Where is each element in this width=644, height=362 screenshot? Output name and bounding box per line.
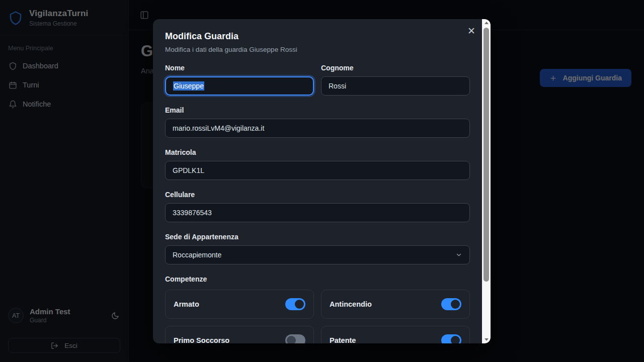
edit-guard-modal: Modifica Guardia Modifica i dati della g… — [153, 19, 491, 343]
nome-selected-text: Giuseppe — [173, 81, 204, 90]
email-field[interactable] — [165, 119, 470, 138]
patente-toggle[interactable] — [441, 334, 461, 343]
toggle-knob — [287, 336, 296, 343]
matricola-field[interactable] — [165, 161, 470, 180]
modal-scrollbar[interactable] — [482, 19, 491, 343]
sede-selected-value: Roccapiemonte — [173, 251, 221, 259]
modal-subtitle: Modifica i dati della guardia Giuseppe R… — [165, 45, 470, 54]
competenze-grid: Armato Antincendio Primo Soccorso Patent… — [165, 290, 470, 343]
modal-title: Modifica Guardia — [165, 30, 470, 42]
close-icon[interactable]: ✕ — [467, 26, 475, 36]
cellulare-label: Cellulare — [165, 191, 470, 199]
sede-select[interactable]: Roccapiemonte — [165, 245, 470, 264]
sede-label: Sede di Appartenenza — [165, 233, 470, 241]
cognome-label: Cognome — [321, 64, 470, 72]
competenza-label: Armato — [174, 300, 199, 308]
competenza-label: Antincendio — [330, 300, 372, 308]
matricola-label: Matricola — [165, 148, 470, 157]
competenza-patente: Patente — [321, 326, 470, 343]
modal-content: Modifica Guardia Modifica i dati della g… — [153, 19, 482, 343]
cognome-field[interactable] — [321, 76, 470, 96]
primo-soccorso-toggle[interactable] — [285, 334, 305, 343]
scrollbar-thumb[interactable] — [484, 28, 489, 282]
antincendio-toggle[interactable] — [441, 298, 461, 310]
competenza-label: Patente — [330, 336, 356, 343]
competenza-label: Primo Soccorso — [174, 336, 229, 343]
competenza-antincendio: Antincendio — [321, 290, 470, 319]
nome-label: Nome — [165, 64, 314, 72]
competenze-label: Competenze — [165, 275, 470, 284]
armato-toggle[interactable] — [285, 298, 305, 310]
chevron-down-icon — [455, 251, 462, 258]
app-root: VigilanzaTurni Sistema Gestione Menu Pri… — [0, 0, 644, 362]
toggle-knob — [295, 300, 304, 309]
toggle-knob — [451, 336, 460, 343]
toggle-knob — [451, 300, 460, 309]
competenza-primo-soccorso: Primo Soccorso — [165, 326, 314, 343]
email-label: Email — [165, 106, 470, 115]
competenza-armato: Armato — [165, 290, 314, 319]
nome-field[interactable]: Giuseppe — [165, 76, 314, 96]
cellulare-field[interactable] — [165, 203, 470, 222]
